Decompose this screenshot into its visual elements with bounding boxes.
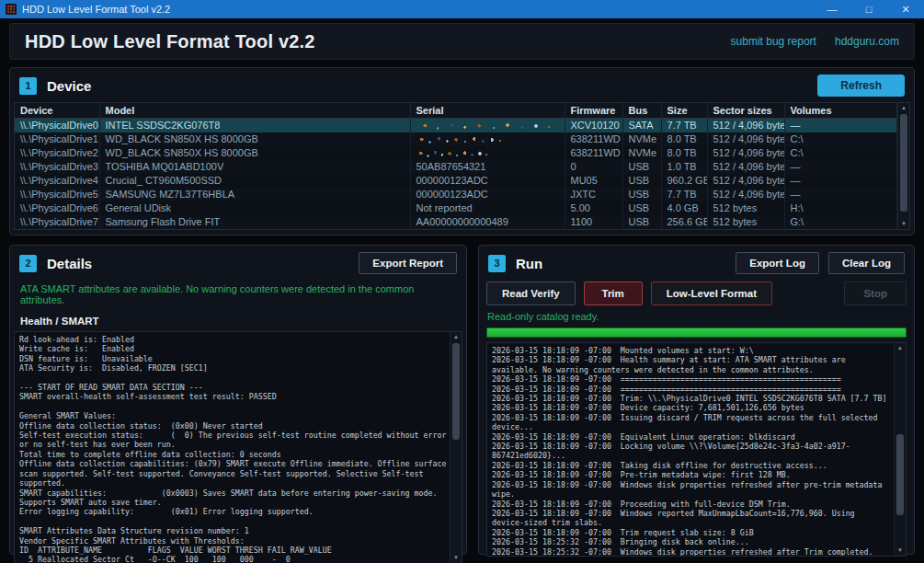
device-cell[interactable]: \\.\PhysicalDrive0 (15, 119, 99, 132)
table-row[interactable]: \\.\PhysicalDrive6General UDiskNot repor… (15, 201, 897, 215)
table-row[interactable]: \\.\PhysicalDrive7Samsung Flash Drive FI… (15, 215, 897, 229)
model-cell[interactable]: INTEL SSDSC2KG076T8 (99, 119, 410, 132)
device-table-scrollbar[interactable]: ▲ ▼ (897, 103, 909, 229)
firmware-cell[interactable]: XCV10120 (565, 119, 622, 132)
device-cell[interactable]: \\.\PhysicalDrive6 (15, 201, 99, 215)
volumes-cell[interactable]: — (784, 174, 897, 188)
size-cell[interactable]: 1.0 TB (661, 160, 707, 174)
clear-log-button[interactable]: Clear Log (828, 252, 905, 274)
firmware-cell[interactable]: 1100 (565, 215, 622, 229)
table-row[interactable]: \\.\PhysicalDrive2WD_BLACK SN850X HS 800… (15, 146, 897, 160)
refresh-button[interactable]: Refresh (817, 75, 905, 97)
firmware-cell[interactable]: JXTC (565, 188, 622, 201)
smart-box-scrollbar[interactable]: ▲ ▼ (450, 332, 462, 563)
serial-cell[interactable] (410, 132, 565, 146)
volumes-cell[interactable]: — (784, 160, 897, 174)
submit-bug-report-link[interactable]: submit bug report (731, 35, 816, 48)
minimize-button[interactable]: — (814, 0, 850, 18)
serial-cell[interactable] (410, 119, 565, 132)
model-cell[interactable]: Samsung Flash Drive FIT (99, 215, 410, 229)
bus-cell[interactable]: USB (622, 201, 661, 215)
bus-cell[interactable]: NVMe (622, 132, 661, 146)
volumes-cell[interactable]: C:\ (784, 146, 897, 160)
device-cell[interactable]: \\.\PhysicalDrive3 (15, 160, 99, 174)
sector-sizes-cell[interactable]: 512 / 4,096 bytes (707, 188, 784, 201)
log-box-scrollbar[interactable]: ▲ ▼ (894, 343, 906, 556)
device-cell[interactable]: \\.\PhysicalDrive2 (15, 146, 99, 160)
sector-sizes-cell[interactable]: 512 / 4,096 bytes (707, 174, 784, 188)
low-level-format-button[interactable]: Low-Level Format (651, 282, 772, 305)
device-cell[interactable]: \\.\PhysicalDrive5 (15, 188, 99, 201)
hddguru-link[interactable]: hddguru.com (835, 35, 899, 48)
scroll-up-icon[interactable]: ▲ (453, 332, 459, 342)
scroll-down-icon[interactable]: ▼ (453, 553, 459, 563)
volumes-cell[interactable]: — (784, 188, 897, 201)
volumes-cell[interactable]: H:\ (784, 201, 897, 215)
scroll-down-icon[interactable]: ▼ (897, 546, 903, 556)
table-row[interactable]: \\.\PhysicalDrive4Crucial_ CT960M500SSD0… (15, 174, 897, 188)
table-row[interactable]: \\.\PhysicalDrive3TOSHIBA MQ01ABD100V50A… (15, 160, 897, 174)
size-cell[interactable]: 4.0 GB (661, 201, 707, 215)
model-cell[interactable]: SAMSUNG MZ7L37T6HBLA (99, 188, 410, 201)
stop-button[interactable]: Stop (844, 282, 907, 305)
serial-cell[interactable]: 000000123ADC (410, 174, 565, 188)
volumes-cell[interactable]: C:\ (784, 132, 897, 146)
col-header-device[interactable]: Device (15, 103, 99, 119)
size-cell[interactable]: 960.2 GB (661, 174, 707, 188)
scroll-up-icon[interactable]: ▲ (901, 103, 907, 113)
firmware-cell[interactable]: MU05 (565, 174, 622, 188)
size-cell[interactable]: 8.0 TB (661, 132, 707, 146)
bus-cell[interactable]: SATA (622, 119, 661, 132)
table-row[interactable]: \\.\PhysicalDrive0INTEL SSDSC2KG076T8XCV… (15, 119, 897, 132)
sector-sizes-cell[interactable]: 512 / 4,096 bytes (707, 119, 784, 132)
sector-sizes-cell[interactable]: 512 bytes (707, 201, 784, 215)
model-cell[interactable]: WD_BLACK SN850X HS 8000GB (99, 132, 410, 146)
serial-cell[interactable]: 000000123ADC (410, 188, 565, 201)
sector-sizes-cell[interactable]: 512 / 4,096 bytes (707, 132, 784, 146)
device-cell[interactable]: \\.\PhysicalDrive7 (15, 215, 99, 229)
sector-sizes-cell[interactable]: 512 / 4,096 bytes (707, 146, 784, 160)
col-header-serial[interactable]: Serial (410, 103, 565, 119)
volumes-cell[interactable]: — (784, 119, 897, 132)
sector-sizes-cell[interactable]: 512 / 4,096 bytes (707, 160, 784, 174)
col-header-volumes[interactable]: Volumes (784, 103, 897, 119)
firmware-cell[interactable]: 5.00 (565, 201, 622, 215)
bus-cell[interactable]: NVMe (622, 146, 661, 160)
col-header-bus[interactable]: Bus (622, 103, 661, 119)
col-header-firmware[interactable]: Firmware (565, 103, 622, 119)
bus-cell[interactable]: USB (622, 188, 661, 201)
export-report-button[interactable]: Export Report (359, 252, 457, 274)
export-log-button[interactable]: Export Log (736, 252, 819, 274)
serial-cell[interactable]: AA00000000000489 (410, 215, 565, 229)
sector-sizes-cell[interactable]: 512 bytes (707, 215, 784, 229)
size-cell[interactable]: 256.6 GB (661, 215, 707, 229)
col-header-model[interactable]: Model (99, 103, 410, 119)
model-cell[interactable]: General UDisk (99, 201, 410, 215)
bus-cell[interactable]: USB (622, 160, 661, 174)
serial-cell[interactable]: 50AB87654321 (410, 160, 565, 174)
col-header-size[interactable]: Size (661, 103, 707, 119)
model-cell[interactable]: WD_BLACK SN850X HS 8000GB (99, 146, 410, 160)
scroll-up-icon[interactable]: ▲ (897, 343, 903, 353)
device-cell[interactable]: \\.\PhysicalDrive1 (15, 132, 99, 146)
trim-button[interactable]: Trim (584, 282, 643, 305)
volumes-cell[interactable]: G:\ (784, 215, 897, 229)
bus-cell[interactable]: USB (622, 215, 661, 229)
bus-cell[interactable]: USB (622, 174, 661, 188)
table-row[interactable]: \\.\PhysicalDrive5SAMSUNG MZ7L37T6HBLA00… (15, 188, 897, 201)
firmware-cell[interactable]: 638211WD (565, 146, 622, 160)
maximize-button[interactable]: □ (850, 0, 887, 18)
table-row[interactable]: \\.\PhysicalDrive1WD_BLACK SN850X HS 800… (15, 132, 897, 146)
size-cell[interactable]: 7.7 TB (661, 188, 707, 201)
close-button[interactable]: ✕ (887, 0, 924, 18)
size-cell[interactable]: 7.7 TB (661, 119, 707, 132)
scroll-down-icon[interactable]: ▼ (901, 219, 907, 229)
size-cell[interactable]: 8.0 TB (661, 146, 707, 160)
read-verify-button[interactable]: Read Verify (486, 282, 576, 305)
device-cell[interactable]: \\.\PhysicalDrive4 (15, 174, 99, 188)
serial-cell[interactable]: Not reported (410, 201, 565, 215)
firmware-cell[interactable]: 0 (565, 160, 622, 174)
model-cell[interactable]: Crucial_ CT960M500SSD (99, 174, 410, 188)
model-cell[interactable]: TOSHIBA MQ01ABD100V (99, 160, 410, 174)
col-header-sector-sizes[interactable]: Sector sizes (707, 103, 784, 119)
